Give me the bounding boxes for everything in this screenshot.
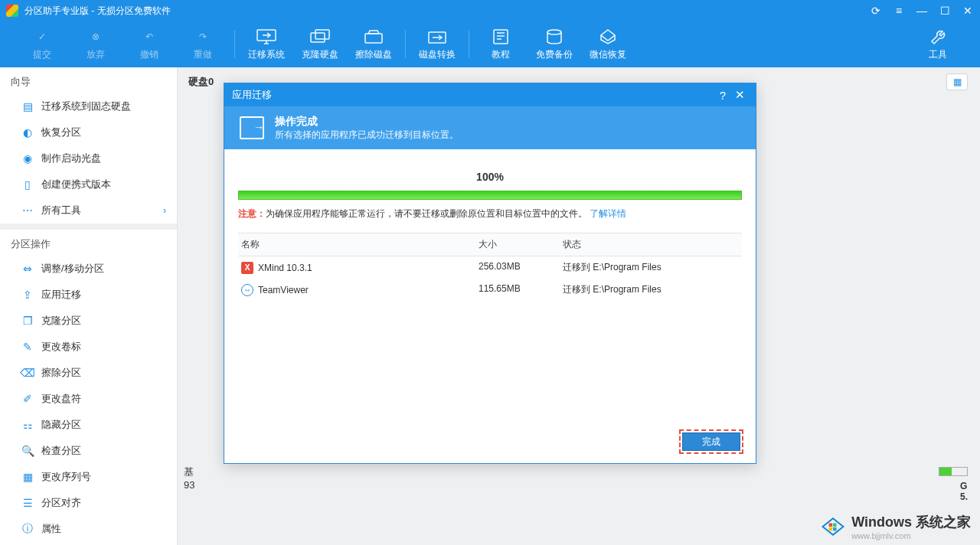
- dialog-help-icon[interactable]: ?: [714, 89, 731, 102]
- window-title: 分区助手专业版 - 无损分区免费软件: [24, 5, 870, 18]
- xmind-icon: X: [241, 262, 253, 274]
- dialog-close-icon[interactable]: ✕: [731, 88, 748, 102]
- col-status: 状态: [563, 238, 739, 251]
- convert-disk-button[interactable]: 磁盘转换: [410, 28, 464, 61]
- tutorial-button[interactable]: 教程: [474, 28, 528, 61]
- watermark-logo-icon: [819, 513, 847, 540]
- banner-title: 操作完成: [275, 115, 459, 129]
- sidebar-item-wipe-partition[interactable]: ⌫擦除分区: [0, 360, 177, 386]
- toolbar: ✓提交 ⊗放弃 ↶撤销 ↷重做 迁移系统 克隆硬盘 擦除磁盘 磁盘转换 教程 免…: [0, 21, 980, 67]
- sidebar-item-align-partition[interactable]: ☰分区对齐: [0, 490, 177, 516]
- sidebar-item-migrate-to-ssd[interactable]: ▤迁移系统到固态硬盘: [0, 93, 177, 119]
- teamviewer-icon: ↔: [241, 284, 253, 296]
- basic-disk-label: 基93: [184, 465, 194, 491]
- sidebar-item-all-tools[interactable]: ⋯所有工具›: [0, 197, 177, 224]
- maximize-icon[interactable]: ☐: [939, 5, 951, 17]
- undo-button: ↶撤销: [122, 28, 176, 61]
- svg-rect-7: [829, 524, 833, 527]
- migration-icon: [240, 116, 264, 139]
- drive-letters: G5.: [960, 481, 968, 502]
- table-row: XXMind 10.3.1 256.03MB 迁移到 E:\Program Fi…: [238, 256, 742, 279]
- svg-rect-5: [494, 30, 508, 44]
- svg-rect-3: [365, 34, 382, 43]
- wechat-recovery-button[interactable]: 微信恢复: [581, 28, 635, 61]
- sidebar-item-clone-partition[interactable]: ❐克隆分区: [0, 308, 177, 334]
- migrate-system-button[interactable]: 迁移系统: [240, 28, 293, 61]
- sidebar-item-change-letter[interactable]: ✐更改盘符: [0, 386, 177, 412]
- svg-rect-9: [829, 527, 833, 531]
- titlebar: 分区助手专业版 - 无损分区免费软件 ⟳ ≡ ― ☐ ✕: [0, 0, 980, 21]
- sidebar-item-hide-partition[interactable]: ⚏隐藏分区: [0, 412, 177, 438]
- finish-button[interactable]: 完成: [682, 432, 740, 451]
- view-toggle-button[interactable]: ▦: [946, 73, 968, 90]
- svg-rect-8: [833, 524, 837, 527]
- app-logo-icon: [6, 5, 18, 17]
- wipe-disk-button[interactable]: 擦除磁盘: [347, 28, 400, 61]
- sidebar-item-check-partition[interactable]: 🔍检查分区: [0, 438, 177, 464]
- progress-percent: 100%: [238, 171, 742, 183]
- sidebar-item-create-boot-disc[interactable]: ◉制作启动光盘: [0, 145, 177, 171]
- discard-button: ⊗放弃: [69, 28, 122, 61]
- dialog-banner: 操作完成 所有选择的应用程序已成功迁移到目标位置。: [224, 106, 756, 149]
- sidebar-item-change-label[interactable]: ✎更改卷标: [0, 334, 177, 360]
- svg-rect-1: [311, 33, 325, 42]
- dialog-title: 应用迁移: [232, 88, 272, 102]
- menu-icon[interactable]: ≡: [893, 5, 905, 17]
- watermark: Windows 系统之家 www.bjjmlv.com: [819, 513, 971, 540]
- redo-button: ↷重做: [176, 28, 230, 61]
- progress-bar: [238, 191, 742, 200]
- free-backup-button[interactable]: 免费备份: [528, 28, 581, 61]
- migration-table: 名称 大小 状态 XXMind 10.3.1 256.03MB 迁移到 E:\P…: [238, 233, 742, 301]
- col-name: 名称: [241, 238, 479, 251]
- sidebar-item-recover-partition[interactable]: ◐恢复分区: [0, 119, 177, 145]
- sidebar-item-change-serial[interactable]: ▦更改序列号: [0, 464, 177, 490]
- learn-more-link[interactable]: 了解详情: [590, 208, 626, 219]
- finish-button-highlight: 完成: [679, 429, 743, 454]
- col-size: 大小: [479, 238, 563, 251]
- table-row: ↔TeamViewer 115.65MB 迁移到 E:\Program File…: [238, 279, 742, 301]
- close-icon[interactable]: ✕: [962, 5, 974, 17]
- svg-rect-10: [833, 527, 837, 531]
- sidebar: 向导 ▤迁移系统到固态硬盘 ◐恢复分区 ◉制作启动光盘 ▯创建便携式版本 ⋯所有…: [0, 67, 178, 545]
- dialog-titlebar: 应用迁移 ? ✕: [224, 83, 756, 106]
- sidebar-wizard-header: 向导: [0, 67, 177, 93]
- svg-rect-2: [315, 30, 329, 39]
- chevron-right-icon: ›: [163, 205, 166, 216]
- tools-button[interactable]: 工具: [911, 28, 965, 61]
- sidebar-item-resize-move[interactable]: ⇔调整/移动分区: [0, 256, 177, 282]
- refresh-icon[interactable]: ⟳: [870, 5, 882, 17]
- sidebar-item-app-migration[interactable]: ⇪应用迁移: [0, 282, 177, 308]
- svg-point-6: [547, 30, 561, 34]
- minimize-icon[interactable]: ―: [916, 5, 928, 17]
- sidebar-item-properties[interactable]: ⓘ属性: [0, 516, 177, 542]
- sidebar-ops-header: 分区操作: [0, 230, 177, 256]
- banner-subtitle: 所有选择的应用程序已成功迁移到目标位置。: [275, 129, 459, 142]
- disk-usage-bar: [939, 467, 968, 476]
- app-migration-dialog: 应用迁移 ? ✕ 操作完成 所有选择的应用程序已成功迁移到目标位置。 100% …: [224, 83, 756, 464]
- sidebar-item-create-portable[interactable]: ▯创建便携式版本: [0, 171, 177, 197]
- commit-button: ✓提交: [15, 28, 69, 61]
- clone-disk-button[interactable]: 克隆硬盘: [293, 28, 347, 61]
- notice-text: 注意：为确保应用程序能够正常运行，请不要迁移或删除原位置和目标位置中的文件。 了…: [238, 207, 742, 220]
